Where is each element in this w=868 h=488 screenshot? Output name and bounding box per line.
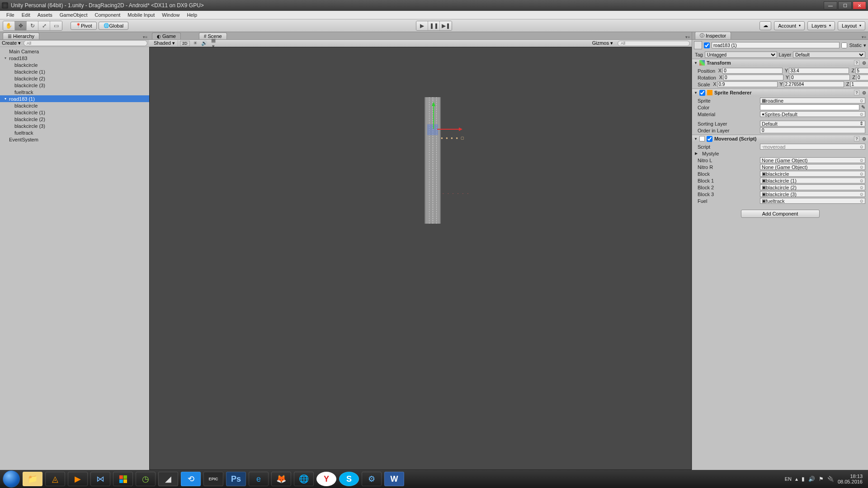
hierarchy-item[interactable]: ▾road183 <box>0 55 149 61</box>
taskbar-firefox[interactable]: 🦊 <box>271 472 291 486</box>
taskbar-chrome[interactable]: 🌐 <box>294 472 314 486</box>
scene-viewport[interactable]: ● ● ● ● ▢ - - - - - - <box>149 47 692 470</box>
gameobject-active-checkbox[interactable] <box>704 42 710 48</box>
hierarchy-item[interactable]: Main Camera <box>0 48 149 55</box>
taskbar-teamviewer[interactable]: ⟲ <box>181 472 201 486</box>
taskbar-groove[interactable]: ⋈ <box>90 472 110 486</box>
sprite-foldout[interactable]: ▼ <box>694 91 698 95</box>
selection-gizmo[interactable] <box>427 124 438 135</box>
scene-search[interactable] <box>618 41 690 46</box>
scale-z[interactable] <box>850 81 868 87</box>
moveroad-enabled[interactable] <box>707 136 712 142</box>
menu-mobileinput[interactable]: Mobile Input <box>124 11 158 19</box>
tray-clock[interactable]: 18:13 08.05.2016 <box>838 474 865 484</box>
tray-lang[interactable]: EN <box>785 476 792 482</box>
menu-window[interactable]: Window <box>158 11 183 19</box>
close-button[interactable]: ✕ <box>853 1 866 9</box>
hierarchy-search[interactable] <box>24 40 147 46</box>
gameobject-name-field[interactable] <box>712 42 840 48</box>
gameobject-icon[interactable] <box>694 41 702 49</box>
tray-show-hidden-icon[interactable]: ▴ <box>795 476 798 482</box>
moveroad-gear-icon[interactable]: ⚙ <box>862 136 866 141</box>
mystyle-foldout[interactable]: ▶ <box>695 151 698 155</box>
taskbar-aimp[interactable]: ◬ <box>45 472 65 486</box>
inspector-tab[interactable]: ⓘ Inspector <box>695 32 731 39</box>
taskbar-epic[interactable]: EPIC <box>203 472 223 486</box>
layer-dropdown[interactable]: Default <box>793 52 865 58</box>
hierarchy-tab[interactable]: ☰ Hierarchy <box>3 33 39 39</box>
global-toggle[interactable]: 🌐Global <box>99 22 128 30</box>
cloud-button[interactable]: ☁ <box>760 21 771 30</box>
hierarchy-item[interactable]: blackcircle <box>0 61 149 68</box>
script-field[interactable]: ▫ moveroad <box>760 144 865 150</box>
game-tab[interactable]: ◐ Game <box>152 33 181 39</box>
tray-power-icon[interactable]: 🔌 <box>827 476 834 482</box>
taskbar-yandex[interactable]: Y <box>316 472 336 486</box>
inspector-dock-options[interactable]: ▾≡ <box>862 35 866 39</box>
menu-gameobject[interactable]: GameObject <box>56 11 91 19</box>
static-dropdown-icon[interactable]: ▾ <box>863 42 866 48</box>
minimize-button[interactable]: — <box>824 1 837 9</box>
taskbar-photoshop[interactable]: Ps <box>226 472 246 486</box>
block-field[interactable]: ▣ blackcircle <box>760 171 865 177</box>
gizmos-dropdown[interactable]: Gizmos ▾ <box>590 40 616 46</box>
rotate-tool[interactable]: ↻ <box>27 21 38 30</box>
taskbar-skype[interactable]: S <box>339 472 359 486</box>
start-button[interactable] <box>3 470 20 488</box>
menu-file[interactable]: File <box>3 11 18 19</box>
material-field[interactable]: ● Sprites-Default <box>760 111 865 117</box>
hierarchy-item[interactable]: fueltrack <box>0 129 149 136</box>
sprite-help-icon[interactable]: ? <box>854 90 859 95</box>
hierarchy-tree[interactable]: Main Camera▾road183blackcircleblackcircl… <box>0 47 149 470</box>
taskbar-androidstudio[interactable]: ◷ <box>136 472 156 486</box>
scene-dock-options[interactable]: ▾≡ <box>685 35 690 39</box>
step-button[interactable]: ▶❚ <box>440 21 452 30</box>
hierarchy-item[interactable]: blackcircle (1) <box>0 68 149 75</box>
fuel-field[interactable]: ▣ fueltrack <box>760 198 865 204</box>
moveroad-foldout[interactable]: ▼ <box>694 137 698 141</box>
audio-icon[interactable]: 🔊 <box>201 40 208 46</box>
rect-tool[interactable]: ▭ <box>50 21 62 30</box>
rotation-z[interactable] <box>856 75 868 80</box>
taskbar-word[interactable]: W <box>384 472 404 486</box>
pivot-toggle[interactable]: 📍Pivot <box>71 22 97 30</box>
tray-volume-icon[interactable]: 🔊 <box>808 476 815 482</box>
transform-help-icon[interactable]: ? <box>854 60 859 66</box>
transform-foldout[interactable]: ▼ <box>694 61 698 65</box>
shading-mode[interactable]: Shaded ▾ <box>151 40 178 46</box>
taskbar-explorer[interactable]: 📁 <box>23 472 42 486</box>
rotation-y[interactable] <box>790 75 850 80</box>
block3-field[interactable]: ▣ blackcircle (3) <box>760 191 865 197</box>
hierarchy-item[interactable]: ▾road183 (1) <box>0 95 149 102</box>
menu-help[interactable]: Help <box>183 11 201 19</box>
taskbar-msstore[interactable] <box>113 472 133 486</box>
sprite-gear-icon[interactable]: ⚙ <box>862 90 866 95</box>
rotation-x[interactable] <box>723 75 783 80</box>
taskbar-app1[interactable]: ⚙ <box>362 472 382 486</box>
hierarchy-item[interactable]: blackcircle (3) <box>0 82 149 89</box>
position-x[interactable] <box>722 68 783 74</box>
scale-x[interactable] <box>717 81 778 87</box>
hierarchy-item[interactable]: EventSystem <box>0 136 149 143</box>
move-tool[interactable]: ✥ <box>15 21 27 30</box>
play-button[interactable]: ▶ <box>416 21 428 30</box>
pause-button[interactable]: ❚❚ <box>428 21 440 30</box>
block1-field[interactable]: ▣ blackcircle (1) <box>760 178 865 183</box>
add-component-button[interactable]: Add Component <box>741 210 820 218</box>
taskbar-wmp[interactable]: ▶ <box>68 472 88 486</box>
hierarchy-item[interactable]: blackcircle (1) <box>0 109 149 116</box>
x-axis-handle[interactable] <box>437 129 460 130</box>
taskbar-ie[interactable]: e <box>249 472 269 486</box>
order-field[interactable] <box>760 127 865 133</box>
hierarchy-dock-options[interactable]: ▾≡ <box>143 35 147 39</box>
hand-tool[interactable]: ✋ <box>3 21 15 30</box>
taskbar-unity[interactable]: ◢ <box>158 472 178 486</box>
hierarchy-item[interactable]: blackcircle (2) <box>0 116 149 122</box>
sprite-renderer-enabled[interactable] <box>699 90 705 96</box>
menu-edit[interactable]: Edit <box>18 11 34 19</box>
tray-action-icon[interactable]: ⚑ <box>819 476 824 482</box>
y-axis-handle[interactable] <box>432 102 435 106</box>
layers-dropdown[interactable]: Layers <box>807 21 835 30</box>
transform-gear-icon[interactable]: ⚙ <box>862 61 866 66</box>
sorting-layer-field[interactable]: Default⇕ <box>760 121 865 127</box>
